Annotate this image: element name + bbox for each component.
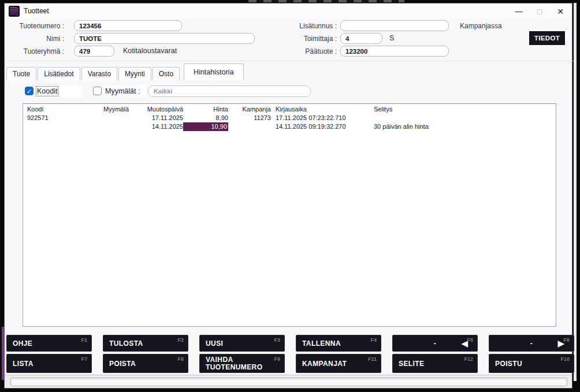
status-field [10, 378, 567, 386]
tiedot-button[interactable]: TIEDOT [529, 31, 565, 45]
background-window-text-sliver [248, 0, 404, 2]
tab-osto[interactable]: Osto [153, 67, 180, 80]
window-title: Tuotteet [24, 7, 49, 15]
tuotenumero-input[interactable] [74, 20, 182, 31]
titlebar[interactable]: Tuotteet — ◻ ✕ [5, 3, 572, 19]
fbtn-label: VAIHDA TUOTENUMERO [206, 356, 269, 371]
koodit-checkbox[interactable]: ✓ [25, 87, 34, 95]
cell [27, 122, 103, 131]
fkey-label: F6 [563, 337, 570, 343]
paatuote-input[interactable] [340, 46, 449, 57]
myymalat-select-input[interactable] [148, 85, 311, 97]
cell: 14.11.2025 [140, 122, 183, 131]
cell: 8,90 [183, 114, 228, 122]
koodit-checkbox-label[interactable]: Koodit [37, 87, 57, 95]
fbtn-f1[interactable]: OHJEF1 [6, 335, 92, 352]
price-history-header-row: Koodi Myymälä Muutospäivä Hinta Kampanja… [27, 105, 556, 114]
tuotteet-window: Tuotteet — ◻ ✕ Tuotenumero : Nimi : Tuot… [4, 3, 572, 389]
fbtn-f11[interactable]: KAMPANJATF11 [296, 354, 381, 373]
fkey-label: F8 [177, 356, 184, 362]
fkey-label: F9 [274, 356, 280, 362]
tab-varasto[interactable]: Varasto [81, 67, 117, 80]
myymalat-checkbox[interactable] [93, 87, 102, 95]
fbtn-f3[interactable]: UUSIF3 [199, 335, 285, 352]
form-divider [5, 61, 573, 61]
cell: 10,90 [183, 122, 228, 131]
fbtn-f10[interactable]: POISTUF10 [489, 354, 574, 373]
tab-tuote[interactable]: Tuote [6, 67, 36, 80]
fkey-label: F3 [274, 337, 280, 343]
fbtn-f7[interactable]: LISTAF7 [6, 354, 92, 373]
fbtn-f2[interactable]: TULOSTAF2 [103, 335, 188, 352]
fbtn-label: UUSI [206, 339, 223, 347]
col-muutospaiva: Muutospäivä [140, 105, 183, 114]
myymalat-checkbox-label[interactable]: Myymälät : [105, 87, 140, 95]
tuoteryhma-name-text: Kotitaloustavarat [123, 47, 177, 55]
kampanjassa-label: Kampanjassa [460, 22, 523, 30]
cell [103, 122, 140, 131]
col-kampanja: Kampanja [228, 105, 271, 114]
tab-lisätiedot[interactable]: Lisätiedot [38, 67, 80, 80]
tuoteryhma-input[interactable] [74, 46, 114, 57]
col-selitys: Selitys [370, 105, 556, 114]
fbtn-label: KAMPANJAT [302, 360, 347, 367]
lisatunnus-label: Lisätunnus : [276, 22, 337, 30]
nimi-label: Nimi : [5, 35, 64, 43]
background-window-right-edge [574, 3, 577, 381]
cell: 30 päivän alin hinta [370, 122, 556, 131]
toimittaja-suffix-text: S [389, 34, 394, 42]
maximize-button[interactable]: ◻ [528, 3, 551, 19]
status-bar [5, 375, 572, 388]
lisatunnus-input[interactable] [340, 20, 449, 31]
col-kirjausaika: Kirjausaika [271, 105, 370, 114]
cell [228, 122, 271, 131]
fbtn-f12[interactable]: SELITEF12 [392, 354, 478, 373]
minimize-button[interactable]: — [507, 3, 530, 19]
price-history-row[interactable]: 14.11.202510,9014.11.2025 09:19:32.27030… [27, 122, 556, 131]
fbtn-label: - [530, 339, 533, 347]
tuotenumero-label: Tuotenumero : [5, 22, 64, 30]
fbtn-f6[interactable]: -▶F6 [489, 335, 574, 352]
toimittaja-label: Toimittaja : [276, 35, 337, 43]
fkey-label: F5 [467, 337, 473, 343]
cell: 14.11.2025 09:19:32.270 [271, 122, 370, 131]
fbtn-label: TALLENNA [302, 339, 341, 347]
fkey-label: F11 [368, 356, 377, 362]
fkey-label: F4 [370, 337, 377, 343]
fkey-label: F12 [464, 356, 473, 362]
price-history-list[interactable]: Koodi Myymälä Muutospäivä Hinta Kampanja… [23, 103, 556, 327]
tab-myynti[interactable]: Myynti [118, 67, 151, 80]
col-koodi: Koodi [27, 105, 103, 114]
fbtn-f8[interactable]: POISTAF8 [103, 354, 188, 373]
col-myymala: Myymälä [103, 105, 140, 114]
cell: 17.11.2025 07:23:22.710 [271, 114, 370, 122]
price-history-row[interactable]: 92257117.11.20258,901127317.11.2025 07:2… [27, 114, 556, 122]
fbtn-label: TULOSTA [109, 339, 143, 347]
fbtn-f9[interactable]: VAIHDA TUOTENUMEROF9 [199, 354, 285, 373]
fkey-label: F10 [560, 356, 570, 362]
col-hinta: Hinta [183, 105, 228, 114]
cell: 17.11.2025 [140, 114, 183, 122]
tab-hintahistoria[interactable]: Hintahistoria [184, 64, 243, 80]
cell [370, 114, 556, 122]
fbtn-label: - [434, 339, 436, 347]
cell: 11273 [228, 114, 271, 122]
fkey-label: F7 [81, 356, 87, 362]
nimi-input[interactable] [74, 33, 255, 44]
cell: 922571 [27, 114, 103, 122]
fkey-label: F2 [177, 337, 184, 343]
fbtn-label: OHJE [13, 339, 32, 347]
paatuote-label: Päätuote : [276, 47, 337, 55]
fbtn-f5[interactable]: -◀F5 [392, 335, 478, 352]
fbtn-f4[interactable]: TALLENNAF4 [296, 335, 381, 352]
app-icon [9, 6, 20, 17]
cell [103, 114, 140, 122]
close-button[interactable]: ✕ [549, 3, 572, 19]
tab-strip: TuoteLisätiedotVarastoMyyntiOstoHintahis… [6, 62, 245, 80]
fbtn-label: POISTU [495, 360, 522, 367]
fbtn-label: SELITE [399, 360, 424, 367]
screen: Tuotteet — ◻ ✕ Tuotenumero : Nimi : Tuot… [0, 0, 580, 392]
fbtn-label: LISTA [13, 360, 34, 367]
toimittaja-input[interactable] [340, 33, 382, 44]
tuoteryhma-label: Tuoteryhmä : [5, 47, 64, 55]
